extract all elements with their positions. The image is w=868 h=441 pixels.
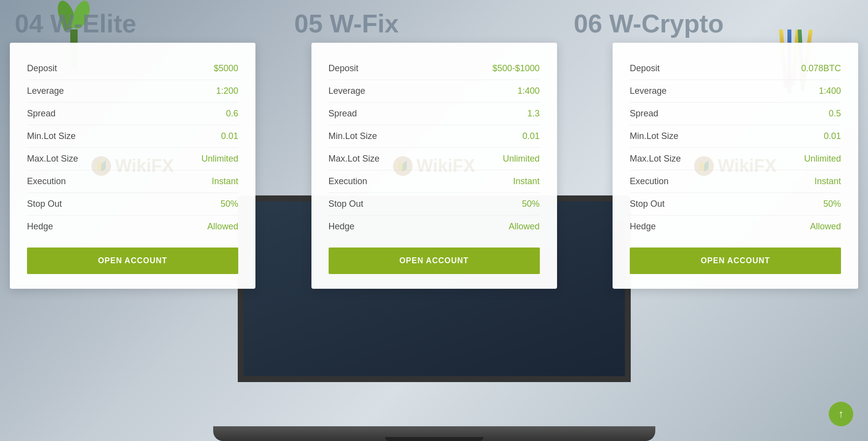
hedge-row-1: Hedge Allowed xyxy=(27,216,238,238)
stopout-value-2: 50% xyxy=(522,199,539,209)
stopout-label-2: Stop Out xyxy=(329,199,364,209)
deposit-value-1: $5000 xyxy=(214,63,238,74)
spread-label-2: Spread xyxy=(329,109,357,119)
stopout-value-1: 50% xyxy=(221,199,238,209)
leverage-row-1: Leverage 1:200 xyxy=(27,80,238,103)
stopout-value-3: 50% xyxy=(823,199,841,209)
card-w-crypto: 🔰 WikiFX Deposit 0.078BTC Leverage 1:400… xyxy=(613,43,858,289)
cards-row: 🔰 WikiFX Deposit $5000 Leverage 1:200 Sp… xyxy=(0,38,868,441)
hedge-value-2: Allowed xyxy=(508,221,539,232)
execution-value-3: Instant xyxy=(814,176,841,187)
maxlot-value-3: Unlimited xyxy=(804,154,841,164)
spread-row-1: Spread 0.6 xyxy=(27,103,238,125)
deposit-value-2: $500-$1000 xyxy=(492,63,539,74)
hedge-value-3: Allowed xyxy=(810,221,841,232)
maxlot-label-1: Max.Lot Size xyxy=(27,154,78,164)
scroll-top-button[interactable]: ↑ xyxy=(829,402,853,426)
card-w-elite: 🔰 WikiFX Deposit $5000 Leverage 1:200 Sp… xyxy=(10,43,255,289)
maxlot-value-2: Unlimited xyxy=(503,154,539,164)
stopout-label-1: Stop Out xyxy=(27,199,62,209)
maxlot-row-3: Max.Lot Size Unlimited xyxy=(630,148,841,170)
maxlot-label-2: Max.Lot Size xyxy=(329,154,380,164)
minlot-row-3: Min.Lot Size 0.01 xyxy=(630,125,841,148)
execution-value-1: Instant xyxy=(212,176,238,187)
spread-value-1: 0.6 xyxy=(226,109,238,119)
execution-row-2: Execution Instant xyxy=(329,170,540,193)
hedge-label-1: Hedge xyxy=(27,221,53,232)
hedge-label-3: Hedge xyxy=(630,221,656,232)
spread-label-3: Spread xyxy=(630,109,658,119)
minlot-row-1: Min.Lot Size 0.01 xyxy=(27,125,238,148)
execution-row-3: Execution Instant xyxy=(630,170,841,193)
card-w-fix: 🔰 WikiFX Deposit $500-$1000 Leverage 1:4… xyxy=(311,43,557,289)
maxlot-value-1: Unlimited xyxy=(201,154,238,164)
deposit-row-1: Deposit $5000 xyxy=(27,57,238,80)
deposit-label-2: Deposit xyxy=(329,63,359,74)
stopout-row-1: Stop Out 50% xyxy=(27,193,238,216)
execution-label-3: Execution xyxy=(630,176,669,187)
leverage-row-3: Leverage 1:400 xyxy=(630,80,841,103)
minlot-label-1: Min.Lot Size xyxy=(27,131,76,141)
spread-row-3: Spread 0.5 xyxy=(630,103,841,125)
minlot-value-2: 0.01 xyxy=(522,131,539,141)
deposit-row-3: Deposit 0.078BTC xyxy=(630,57,841,80)
hedge-row-3: Hedge Allowed xyxy=(630,216,841,238)
maxlot-row-1: Max.Lot Size Unlimited xyxy=(27,148,238,170)
stopout-row-2: Stop Out 50% xyxy=(329,193,540,216)
spread-value-3: 0.5 xyxy=(829,109,841,119)
section-title-3: 06 W-Crypto xyxy=(574,10,853,38)
open-account-button-3[interactable]: OPEN ACCOUNT xyxy=(630,248,841,274)
deposit-value-3: 0.078BTC xyxy=(801,63,841,74)
spread-value-2: 1.3 xyxy=(527,109,539,119)
deposit-label-1: Deposit xyxy=(27,63,57,74)
hedge-value-1: Allowed xyxy=(207,221,238,232)
leverage-label-3: Leverage xyxy=(630,86,667,96)
minlot-value-3: 0.01 xyxy=(824,131,841,141)
minlot-row-2: Min.Lot Size 0.01 xyxy=(329,125,540,148)
spread-label-1: Spread xyxy=(27,109,56,119)
leverage-row-2: Leverage 1:400 xyxy=(329,80,540,103)
section-title-1: 04 W-Elite xyxy=(15,10,294,38)
section-title-2: 05 W-Fix xyxy=(294,10,574,38)
hedge-label-2: Hedge xyxy=(329,221,355,232)
execution-row-1: Execution Instant xyxy=(27,170,238,193)
leverage-value-1: 1:200 xyxy=(216,86,238,96)
execution-label-2: Execution xyxy=(329,176,367,187)
open-account-button-2[interactable]: OPEN ACCOUNT xyxy=(329,248,540,274)
deposit-row-2: Deposit $500-$1000 xyxy=(329,57,540,80)
execution-value-2: Instant xyxy=(513,176,539,187)
hedge-row-2: Hedge Allowed xyxy=(329,216,540,238)
minlot-label-3: Min.Lot Size xyxy=(630,131,678,141)
stopout-label-3: Stop Out xyxy=(630,199,665,209)
open-account-button-1[interactable]: OPEN ACCOUNT xyxy=(27,248,238,274)
minlot-label-2: Min.Lot Size xyxy=(329,131,377,141)
spread-row-2: Spread 1.3 xyxy=(329,103,540,125)
titles-row: 04 W-Elite 05 W-Fix 06 W-Crypto xyxy=(0,0,868,38)
minlot-value-1: 0.01 xyxy=(221,131,238,141)
leverage-label-1: Leverage xyxy=(27,86,64,96)
leverage-value-3: 1:400 xyxy=(819,86,841,96)
leverage-label-2: Leverage xyxy=(329,86,365,96)
stopout-row-3: Stop Out 50% xyxy=(630,193,841,216)
page-container: 04 W-Elite 05 W-Fix 06 W-Crypto 🔰 WikiFX… xyxy=(0,0,868,441)
maxlot-row-2: Max.Lot Size Unlimited xyxy=(329,148,540,170)
execution-label-1: Execution xyxy=(27,176,66,187)
deposit-label-3: Deposit xyxy=(630,63,660,74)
maxlot-label-3: Max.Lot Size xyxy=(630,154,681,164)
leverage-value-2: 1:400 xyxy=(517,86,539,96)
